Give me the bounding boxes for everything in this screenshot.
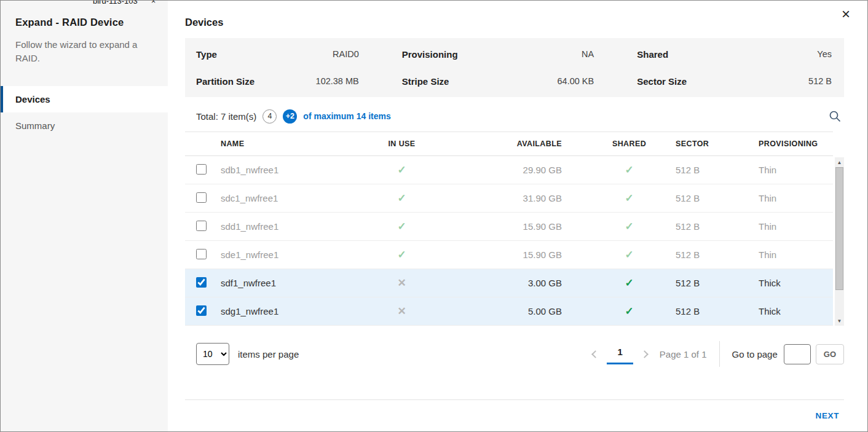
- row-checkbox[interactable]: [196, 305, 207, 316]
- check-icon: ✓: [397, 249, 406, 261]
- check-icon: ✓: [397, 192, 406, 204]
- background-tab-label: bird-113-103: [93, 1, 138, 6]
- background-tab-close-icon[interactable]: ×: [151, 1, 156, 6]
- shared-cell: ✓: [588, 297, 671, 326]
- selection-summary: Total: 7 item(s) 4 +2 of maximum 14 item…: [185, 107, 844, 125]
- sector-size: 512 B: [671, 213, 754, 241]
- provisioning: Thin: [754, 156, 833, 184]
- x-icon: ✕: [397, 305, 406, 317]
- close-icon[interactable]: ×: [842, 7, 850, 22]
- background-tab: bird-113-103 ×: [93, 1, 179, 7]
- provisioning: Thin: [754, 184, 833, 213]
- info-value-provisioning: NA: [582, 49, 594, 59]
- scrollbar-up-icon[interactable]: ▲: [835, 157, 844, 167]
- row-checkbox[interactable]: [196, 164, 207, 175]
- check-icon: ✓: [397, 221, 406, 232]
- step-devices[interactable]: Devices: [1, 86, 168, 112]
- info-cell-type: Type RAID0: [196, 41, 402, 68]
- column-header-provisioning[interactable]: PROVISIONING: [754, 132, 833, 156]
- pagination-bar: 10 items per page 1 Page 1 of 1 Go to pa…: [185, 340, 844, 367]
- max-items-link[interactable]: of maximum 14 items: [303, 111, 390, 121]
- wizard-title: Expand - RAID Device: [1, 17, 168, 28]
- table-row[interactable]: sdg1_nwfree1✕5.00 GB✓512 BThick: [185, 297, 833, 326]
- dialog-footer: NEXT: [185, 399, 844, 431]
- sector-size: 512 B: [671, 241, 754, 269]
- info-label-provisioning: Provisioning: [402, 49, 458, 60]
- scrollbar-thumb[interactable]: [835, 167, 843, 290]
- in-use-cell: ✕: [348, 297, 456, 326]
- check-icon: ✓: [625, 277, 633, 289]
- in-use-cell: ✓: [348, 156, 456, 184]
- info-value-stripe-size: 64.00 KB: [558, 76, 594, 86]
- go-to-page-input[interactable]: [784, 344, 811, 364]
- device-table-wrap: NAME IN USE AVAILABLE SHARED SECTOR PROV…: [185, 132, 844, 326]
- next-button[interactable]: NEXT: [816, 411, 839, 420]
- provisioning: Thin: [754, 213, 833, 241]
- available-size: 29.90 GB: [456, 156, 588, 184]
- sector-size: 512 B: [671, 297, 754, 326]
- shared-cell: ✓: [588, 213, 671, 241]
- table-row[interactable]: sdd1_nwfree1✓15.90 GB✓512 BThin: [185, 213, 833, 241]
- row-checkbox[interactable]: [196, 221, 207, 231]
- shared-cell: ✓: [588, 184, 671, 213]
- select-column-header: [185, 132, 216, 156]
- device-table-body: sdb1_nwfree1✓29.90 GB✓512 BThinsdc1_nwfr…: [185, 156, 833, 326]
- shared-cell: ✓: [588, 156, 671, 184]
- info-label-stripe-size: Stripe Size: [402, 76, 449, 87]
- step-summary[interactable]: Summary: [1, 112, 168, 139]
- sector-size: 512 B: [671, 184, 754, 213]
- check-icon: ✓: [625, 192, 633, 204]
- device-name: sdd1_nwfree1: [216, 213, 348, 241]
- search-icon[interactable]: [829, 110, 842, 123]
- table-row[interactable]: sde1_nwfree1✓15.90 GB✓512 BThin: [185, 241, 833, 269]
- info-value-type: RAID0: [333, 49, 359, 59]
- table-row[interactable]: sdf1_nwfree1✕3.00 GB✓512 BThick: [185, 269, 833, 297]
- column-header-sector[interactable]: SECTOR: [671, 132, 754, 156]
- device-name: sde1_nwfree1: [216, 241, 348, 269]
- device-name: sdg1_nwfree1: [216, 297, 348, 326]
- column-header-shared[interactable]: SHARED: [588, 132, 671, 156]
- available-size: 31.90 GB: [456, 184, 588, 213]
- scrollbar-down-icon[interactable]: ▼: [835, 316, 844, 326]
- x-icon: ✕: [397, 277, 406, 289]
- available-size: 5.00 GB: [456, 297, 588, 326]
- shared-cell: ✓: [588, 241, 671, 269]
- previous-page-icon[interactable]: [592, 350, 600, 358]
- provisioning: Thick: [754, 297, 833, 326]
- info-label-type: Type: [196, 49, 217, 60]
- row-checkbox[interactable]: [196, 249, 207, 259]
- info-cell-stripe-size: Stripe Size 64.00 KB: [402, 68, 637, 95]
- page-size-select[interactable]: 10: [196, 343, 229, 365]
- info-value-sector-size: 512 B: [808, 76, 832, 86]
- row-checkbox[interactable]: [196, 192, 207, 203]
- device-name: sdf1_nwfree1: [216, 269, 348, 297]
- selected-count-badge: 4: [262, 109, 277, 124]
- provisioning: Thick: [754, 269, 833, 297]
- go-to-page-label: Go to page: [732, 349, 778, 359]
- page-info-text: Page 1 of 1: [660, 349, 707, 359]
- shared-cell: ✓: [588, 269, 671, 297]
- column-header-available[interactable]: AVAILABLE: [456, 132, 588, 156]
- in-use-cell: ✓: [348, 241, 456, 269]
- row-checkbox[interactable]: [196, 277, 207, 288]
- table-row[interactable]: sdc1_nwfree1✓31.90 GB✓512 BThin: [185, 184, 833, 213]
- current-page-number[interactable]: 1: [607, 344, 633, 364]
- sector-size: 512 B: [671, 269, 754, 297]
- in-use-cell: ✓: [348, 184, 456, 213]
- info-label-sector-size: Sector Size: [637, 76, 687, 87]
- column-header-name[interactable]: NAME: [216, 132, 348, 156]
- check-icon: ✓: [625, 249, 633, 261]
- wizard-sidebar: Expand - RAID Device Follow the wizard t…: [1, 1, 168, 431]
- page-title: Devices: [185, 17, 844, 28]
- go-button[interactable]: GO: [816, 344, 844, 364]
- table-scrollbar[interactable]: ▲ ▼: [835, 157, 844, 326]
- page-navigation: 1 Page 1 of 1 Go to page GO: [593, 341, 844, 367]
- table-row[interactable]: sdb1_nwfree1✓29.90 GB✓512 BThin: [185, 156, 833, 184]
- check-icon: ✓: [625, 305, 633, 317]
- column-header-in-use[interactable]: IN USE: [348, 132, 456, 156]
- info-label-partition-size: Partition Size: [196, 76, 254, 87]
- next-page-icon[interactable]: [641, 350, 649, 358]
- available-size: 15.90 GB: [456, 213, 588, 241]
- added-count-badge: +2: [283, 109, 297, 124]
- info-cell-shared: Shared Yes: [637, 41, 833, 68]
